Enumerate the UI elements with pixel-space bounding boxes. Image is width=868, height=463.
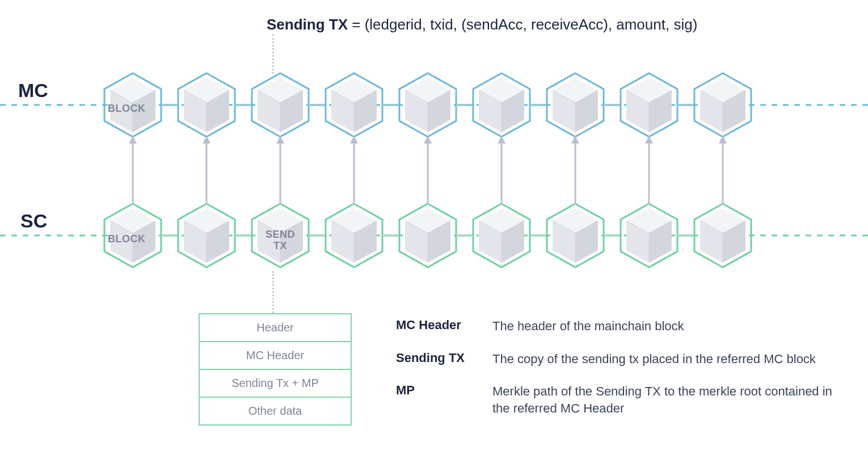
- sc-block-hex: [471, 201, 532, 270]
- mc-block-hex: BLOCK: [102, 71, 163, 139]
- mc-block-hex: [250, 71, 311, 139]
- definition-row: MP Merkle path of the Sending TX to the …: [396, 383, 838, 416]
- sc-block-hex: [545, 201, 606, 270]
- arrow-sc-to-mc: [496, 136, 507, 205]
- mc-block-hex: [545, 71, 606, 139]
- svg-marker-109: [719, 136, 727, 144]
- svg-marker-95: [203, 136, 210, 144]
- sc-block-label: BLOCK: [108, 233, 158, 245]
- arrow-sc-to-mc: [643, 136, 655, 205]
- definition-row: MC Header The header of the mainchain bl…: [396, 318, 838, 335]
- arrow-sc-to-mc: [422, 136, 433, 205]
- block-structure-row: Header: [200, 314, 351, 342]
- mc-block-hex: [692, 71, 753, 139]
- sc-sendtx-label: SEND TX: [250, 229, 311, 251]
- mc-block-hex: [471, 71, 532, 139]
- definition-desc: The copy of the sending tx placed in the…: [492, 351, 838, 368]
- definition-term: MP: [396, 383, 492, 416]
- dotted-line-title-to-mc: [272, 34, 274, 74]
- chain-label-mc: MC: [18, 79, 48, 102]
- definition-desc: Merkle path of the Sending TX to the mer…: [492, 383, 838, 416]
- sc-block-hex: BLOCK: [102, 201, 163, 270]
- svg-marker-103: [498, 136, 505, 144]
- arrow-sc-to-mc: [348, 136, 360, 205]
- sc-block-hex: [323, 201, 385, 270]
- sc-block-hex: [397, 201, 458, 270]
- diagram-canvas: Sending TX = (ledgerid, txid, (sendAcc, …: [0, 0, 868, 463]
- arrow-sc-to-mc: [717, 136, 728, 205]
- mc-block-hex: [618, 71, 680, 139]
- arrow-sc-to-mc: [275, 136, 286, 205]
- svg-marker-99: [350, 136, 358, 144]
- block-structure-row: Sending Tx + MP: [200, 370, 351, 398]
- mc-block-label: BLOCK: [108, 103, 158, 114]
- block-structure-row: Other data: [200, 398, 351, 424]
- definition-term: Sending TX: [396, 351, 492, 368]
- mc-block-hex: [397, 71, 458, 139]
- arrow-sc-to-mc: [201, 136, 212, 205]
- title-rest: = (ledgerid, txid, (sendAcc, receiveAcc)…: [348, 16, 697, 33]
- definitions: MC Header The header of the mainchain bl…: [396, 318, 838, 433]
- definition-row: Sending TX The copy of the sending tx pl…: [396, 351, 838, 368]
- sc-block-hex: SEND TX: [250, 201, 311, 270]
- svg-marker-97: [276, 136, 284, 144]
- title-bold: Sending TX: [267, 16, 348, 33]
- arrow-sc-to-mc: [570, 136, 581, 205]
- sc-block-hex: [692, 201, 753, 270]
- title-line: Sending TX = (ledgerid, txid, (sendAcc, …: [267, 16, 697, 33]
- svg-marker-107: [645, 136, 653, 144]
- mc-block-hex: [323, 71, 385, 139]
- mc-block-hex: [176, 71, 237, 139]
- dotted-line-sc-to-table: [272, 271, 274, 313]
- block-structure-table: Header MC Header Sending Tx + MP Other d…: [199, 313, 352, 426]
- definition-desc: The header of the mainchain block: [492, 318, 838, 335]
- block-structure-row: MC Header: [200, 342, 351, 370]
- svg-marker-101: [424, 136, 432, 144]
- svg-marker-93: [129, 136, 137, 144]
- sc-block-hex: [176, 201, 237, 270]
- chain-label-sc: SC: [20, 210, 47, 232]
- sc-block-hex: [618, 201, 680, 270]
- svg-marker-105: [571, 136, 579, 144]
- arrow-sc-to-mc: [127, 136, 138, 205]
- definition-term: MC Header: [396, 318, 492, 335]
